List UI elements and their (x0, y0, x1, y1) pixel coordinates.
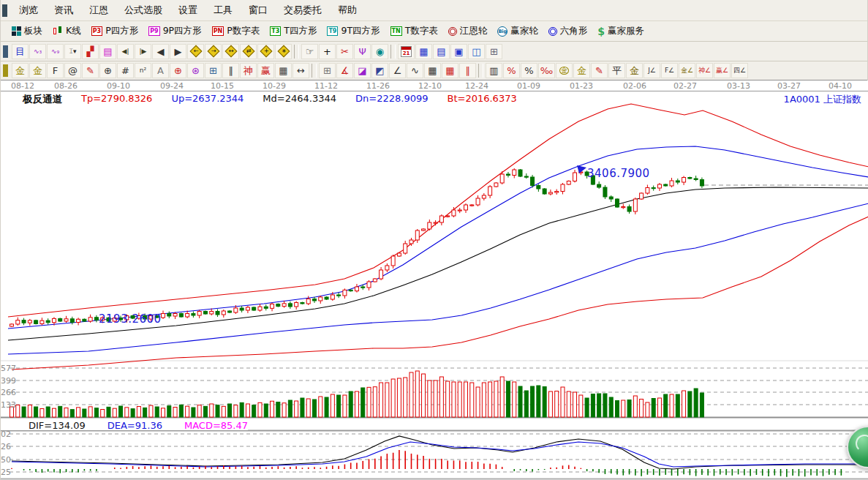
window-grid-icon[interactable]: ⊞ (319, 63, 336, 78)
toolbar-button-winner-wheel[interactable]: Big赢家轮 (492, 23, 543, 40)
flag-chart-icon[interactable]: ▤ (99, 44, 116, 59)
toolbar-button-p-square[interactable]: P3P四方形 (86, 23, 143, 40)
ruler-pencil-icon[interactable]: ✎ (82, 63, 99, 78)
print-icon[interactable]: ⊞ (486, 44, 502, 59)
save-icon[interactable]: ▣ (450, 44, 467, 59)
ping-tool-icon[interactable]: 平 (608, 63, 625, 78)
candle (282, 304, 286, 307)
f-angle-icon[interactable]: F∠ (661, 63, 678, 78)
volume-bar (385, 383, 389, 417)
candle (252, 307, 256, 310)
fan-box-icon[interactable]: ◪ (354, 63, 371, 78)
toolbar-button-blocks[interactable]: 板块 (7, 23, 48, 40)
hot-box-icon[interactable]: ▞ (82, 44, 99, 59)
menu-item-settings[interactable]: 设置 (170, 4, 205, 17)
prev-icon[interactable]: ◀ (152, 44, 169, 59)
angle-line-icon[interactable]: ∠ (389, 63, 406, 78)
toolbar-button-p-number-table[interactable]: PNP数字表 (207, 23, 265, 40)
ying-tool-icon[interactable]: 赢 (257, 63, 274, 78)
percent-icon[interactable]: % (521, 63, 537, 78)
fan-lines-icon[interactable]: ∡ (336, 63, 353, 78)
toolbar-button-hexagon[interactable]: 六角形 (543, 23, 593, 40)
grid-ticks-icon[interactable]: # (117, 63, 134, 78)
ruler-grid-icon[interactable]: ▦ (275, 63, 292, 78)
grid-circle-icon[interactable]: ⊞ (205, 63, 222, 78)
kline-style-dropdown-icon[interactable]: ⌶▾ (64, 44, 81, 59)
j-angle-icon[interactable]: J∠ (644, 63, 660, 78)
speed-resistance-icon[interactable]: ▥ (486, 63, 502, 78)
diamond-left-icon[interactable]: ← (187, 44, 204, 59)
menu-item-formula-stock-pick[interactable]: 公式选股 (116, 4, 170, 17)
parallel-marks-icon[interactable]: ∥ (222, 63, 239, 78)
candle (464, 205, 468, 210)
crosshair-icon[interactable]: + (319, 44, 336, 59)
last-page-icon[interactable]: |▶ (135, 44, 151, 59)
parallel-lines-icon[interactable]: ∥ (459, 63, 476, 78)
psi-tool-icon[interactable]: Ψ (354, 44, 371, 59)
candle (548, 192, 552, 194)
gold-circle-icon[interactable]: 金 (556, 63, 573, 78)
red-grid-icon[interactable]: ▦ (442, 63, 458, 78)
star-circle-icon[interactable]: ⊛ (187, 63, 204, 78)
diamond-right-icon[interactable]: → (205, 44, 222, 59)
target-tool-icon[interactable]: ◉ (371, 44, 388, 59)
grid-icon[interactable]: ▦ (424, 63, 441, 78)
scissors-icon[interactable]: ✂ (336, 44, 353, 59)
gold-lines-icon[interactable]: 金 (573, 63, 590, 78)
first-page-icon[interactable]: ◀| (117, 44, 134, 59)
fib-f-icon[interactable]: F (47, 63, 64, 78)
menu-item-help[interactable]: 帮助 (330, 4, 365, 17)
shen-angle-icon[interactable]: 神∠ (696, 63, 713, 78)
arrow-glyph: ← (193, 48, 198, 54)
menu-item-news[interactable]: 资讯 (46, 4, 81, 17)
calculator-icon[interactable]: ▦ (415, 44, 432, 59)
notes-icon[interactable]: ▤ (433, 44, 450, 59)
gold-underline-icon[interactable]: 金 (626, 63, 643, 78)
diamond-hswap-icon[interactable]: ↔ (222, 44, 239, 59)
spiral-icon[interactable]: @ (64, 63, 81, 78)
winner-service-icon: $ (597, 26, 605, 37)
export-icon[interactable]: ◫ (468, 44, 485, 59)
compass-icon[interactable]: ⊕ (99, 63, 116, 78)
brush-icon[interactable]: ✎ (591, 63, 608, 78)
chart-area[interactable]: 08-1208-2609-1009-2410-1510-2911-1211-26… (1, 80, 868, 480)
width-measure-icon[interactable]: ↔ (293, 63, 309, 78)
shen-tool-icon[interactable]: 神 (240, 63, 257, 78)
diamond-plus-icon[interactable]: + (257, 44, 274, 59)
gold-angle-icon[interactable]: 金∠ (679, 63, 695, 78)
calendar-icon[interactable]: 21 (398, 44, 415, 59)
diamond-exchange-icon[interactable]: ⇄ (240, 44, 257, 59)
toolbar-button-9t-square[interactable]: T99T四方形 (322, 23, 385, 40)
print-icon-glyph: ⊞ (490, 47, 498, 56)
toolbar-button-winner-service[interactable]: $赢家服务 (592, 23, 649, 40)
toolbar-button-t-number-table[interactable]: TNT数字表 (385, 23, 443, 40)
menu-item-browse[interactable]: 浏览 (11, 4, 46, 17)
percent-line-icon[interactable]: % (503, 63, 520, 78)
menu-item-gann[interactable]: 江恩 (81, 4, 116, 17)
permille-icon[interactable]: ‰ (538, 63, 555, 78)
toolbar-button-t-square[interactable]: T3T四方形 (265, 23, 322, 40)
next-icon[interactable]: ▶ (170, 44, 186, 59)
menu-item-trade[interactable]: 交易委托 (276, 4, 330, 17)
toolbar-label-9p-square: 9P四方形 (163, 25, 202, 37)
toolbar-button-kline[interactable]: K线 (48, 23, 86, 40)
hand-pan-icon[interactable]: ☞ (301, 44, 318, 59)
wave9-icon[interactable]: ∿₉ (47, 44, 64, 59)
wave-line-icon[interactable]: ∿ (407, 63, 423, 78)
toolbar-button-9p-square[interactable]: P99P四方形 (143, 23, 206, 40)
wave3-icon[interactable]: ∿₃ (29, 44, 46, 59)
menu-item-window[interactable]: 窗口 (241, 4, 276, 17)
n-square-icon[interactable]: n² (135, 63, 151, 78)
golden-gate2-icon[interactable]: 金 (29, 63, 46, 78)
letter-a-icon[interactable]: A (152, 63, 169, 78)
si-angle-icon[interactable]: 四∠ (731, 63, 748, 78)
report-icon[interactable]: 目 (12, 44, 29, 59)
crosshair-target-icon[interactable]: ⊕ (170, 63, 186, 78)
diamond-star-icon[interactable]: ∗ (275, 44, 292, 59)
menu-item-tools[interactable]: 工具 (205, 4, 241, 17)
volume-bar (246, 404, 249, 417)
golden-gate-icon[interactable]: 金 (12, 63, 29, 78)
ying-angle-icon[interactable]: 赢∠ (714, 63, 731, 78)
fan-box2-icon[interactable]: ◩ (371, 63, 388, 78)
toolbar-button-gann-wheel[interactable]: 江恩轮 (443, 23, 493, 40)
